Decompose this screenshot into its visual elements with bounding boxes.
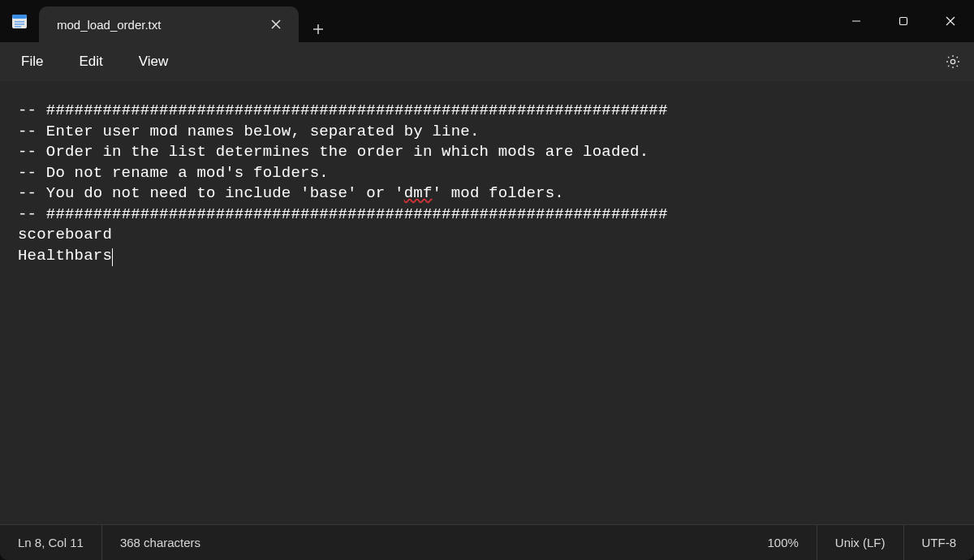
status-char-count[interactable]: 368 characters (102, 525, 218, 560)
minimize-icon (851, 15, 862, 27)
tab-strip: mod_load_order.txt (39, 0, 338, 42)
notepad-icon (11, 12, 28, 30)
settings-button[interactable] (935, 44, 971, 80)
status-line-ending[interactable]: Unix (LF) (817, 525, 904, 560)
app-window: mod_load_order.txt (0, 0, 974, 560)
menu-edit[interactable]: Edit (61, 49, 120, 75)
editor-line: scoreboard (18, 226, 112, 243)
status-encoding[interactable]: UTF-8 (904, 525, 975, 560)
titlebar: mod_load_order.txt (0, 0, 974, 42)
svg-rect-10 (900, 18, 907, 25)
text-caret (112, 248, 113, 266)
window-controls (833, 0, 974, 42)
tab-close-button[interactable] (268, 16, 284, 32)
editor-line: -- #####################################… (18, 205, 668, 223)
svg-rect-3 (15, 24, 24, 25)
status-cursor-position[interactable]: Ln 8, Col 11 (0, 525, 102, 560)
statusbar: Ln 8, Col 11 368 characters 100% Unix (L… (0, 524, 974, 560)
editor-line: -- #####################################… (18, 101, 668, 119)
svg-rect-4 (15, 26, 21, 28)
tab-title: mod_load_order.txt (57, 18, 161, 32)
menu-file[interactable]: File (3, 49, 61, 75)
editor-line: Healthbars (18, 247, 112, 265)
svg-rect-2 (15, 21, 24, 23)
menubar: File Edit View (0, 42, 974, 81)
editor-line: -- Order in the list determines the orde… (18, 143, 649, 161)
plus-icon (312, 24, 324, 35)
spell-error: dmf (404, 184, 433, 202)
minimize-button[interactable] (833, 0, 880, 42)
close-icon (271, 19, 281, 29)
svg-point-13 (950, 59, 955, 63)
editor-line: -- Enter user mod names below, separated… (18, 123, 480, 140)
new-tab-button[interactable] (299, 16, 338, 42)
app-icon (0, 0, 39, 42)
svg-rect-1 (12, 15, 27, 19)
text-editor[interactable]: -- #####################################… (0, 81, 974, 524)
close-icon (945, 15, 956, 27)
menu-view[interactable]: View (121, 49, 187, 75)
tab-modloadorder[interactable]: mod_load_order.txt (39, 6, 299, 42)
gear-icon (945, 54, 961, 70)
editor-line: -- Do not rename a mod's folders. (18, 164, 329, 182)
window-close-button[interactable] (927, 0, 974, 42)
maximize-icon (898, 15, 909, 27)
titlebar-drag-area[interactable] (338, 0, 833, 42)
maximize-button[interactable] (880, 0, 927, 42)
editor-line: -- You do not need to include 'base' or … (18, 184, 564, 202)
status-zoom[interactable]: 100% (749, 525, 817, 560)
